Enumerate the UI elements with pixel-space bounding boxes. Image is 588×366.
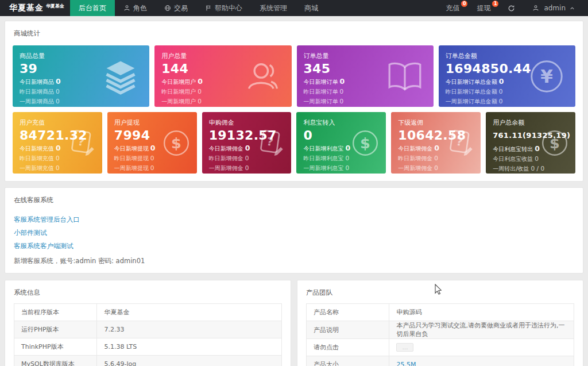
stat-line-label: 一周新增用户 [161, 98, 196, 105]
row-label: MySQL数据库版本 [14, 356, 97, 366]
refresh-button[interactable] [499, 0, 524, 16]
stat-line-label: 昨日新增充值 [20, 155, 54, 161]
withdraw-button[interactable]: 提现1 [468, 0, 499, 16]
row-value-cell: … [389, 339, 574, 356]
svg-text:$: $ [360, 134, 370, 151]
nav-item-trade[interactable]: 交易 [156, 0, 196, 16]
stat-line-label: 今日新增商品 [20, 79, 54, 85]
svg-text:?: ? [266, 134, 274, 148]
stat-card-title: 用户提现 [114, 118, 190, 127]
stat-line-label: 今日新增提现 [114, 145, 149, 152]
flag-icon [205, 5, 212, 11]
globe-icon [164, 5, 171, 11]
stat-line-label: 今日新增用户 [161, 79, 196, 85]
stat-line-value: 0 [345, 155, 349, 161]
system-info-title: 系统信息 [5, 280, 291, 302]
row-value-cell: 5.1.38 LTS [97, 338, 282, 356]
product-size-link[interactable]: 25.5M [396, 361, 416, 366]
widget-test-link[interactable]: 小部件测试 [14, 229, 47, 237]
stat-card-withdraw: 用户提现7994今日新增提现0昨日新增提现0一周新增提现0$ [107, 112, 197, 174]
nav-item-mall[interactable]: 商城 [296, 0, 327, 16]
user-menu[interactable]: admin [524, 0, 583, 16]
stat-line-label: 今日利息宝收益 [493, 156, 533, 162]
stat-cards-row2: 用户充值84721.32今日新增充值0昨日新增充值0一周新增充值0?用户提现79… [13, 112, 575, 174]
document-question-icon: ? [65, 127, 98, 159]
document-question-icon: ? [254, 127, 287, 159]
stat-line-value: 0 [340, 88, 344, 95]
recharge-button[interactable]: 充值0 [437, 0, 468, 16]
bottom-panels: 系统信息 当前程序版本华夏基金运行PHP版本7.2.33ThinkPHP版本5.… [5, 280, 583, 366]
stat-card-line: 一周新增商品0 [20, 97, 142, 106]
table-row-product-name: 产品名称申购源码 [307, 304, 574, 321]
stat-card-line: 一周新增利息宝0 [303, 163, 379, 173]
stat-line-label: 一周转出/收益 [493, 165, 529, 172]
row-value-cell: 申购源码 [389, 304, 574, 321]
nav-item-help[interactable]: 帮助中心 [196, 0, 251, 16]
stat-card-order-amount: 订单总金额1694850.44今日新增订单总金额0昨日新增订单总金额0一周新增订… [439, 45, 575, 107]
table-row-mysql-version: MySQL数据库版本5.6.49-log [14, 356, 282, 366]
stat-line-value: 0 [56, 77, 61, 86]
row-label: 运行PHP版本 [14, 321, 97, 338]
stat-line-label: 今日新增订单总金额 [446, 79, 497, 85]
stat-line-label: 一周新增佣金 [209, 165, 243, 171]
row-value: 5.6.49-log [104, 360, 136, 366]
stat-line-value: 0 [198, 88, 202, 95]
nav-actions: 充值0提现1 [437, 0, 499, 16]
person-icon [123, 5, 130, 11]
stat-line-value: 0 [245, 164, 249, 171]
svg-text:¥: ¥ [540, 66, 553, 86]
stat-line-label: 昨日新增订单总金额 [446, 88, 497, 95]
nav-item-roles[interactable]: 角色 [115, 0, 156, 16]
stat-line-value: 0 [150, 155, 154, 161]
stat-line-label: 一周新增订单总金额 [446, 98, 497, 105]
dont-click-button[interactable]: … [396, 343, 413, 352]
stat-cards-area: 商品总量39今日新增商品0昨日新增商品0一周新增商品0用户总量144今日新增用户… [5, 43, 583, 181]
stat-line-value: 0 [535, 155, 539, 162]
stat-line-label: 今日新增订单 [304, 79, 338, 85]
product-team-table: 产品名称申购源码产品说明本产品只为学习测试交流,请勿要做商业或者用于违法行为,一… [306, 303, 574, 366]
stat-card-line: 一周新增用户0 [161, 97, 284, 106]
recharge-badge: 0 [461, 1, 467, 7]
stat-line-label: 昨日新增商品 [20, 88, 54, 95]
customer-service-note: 新增客服系统，账号:admin 密码: admin01 [14, 257, 574, 265]
nav-item-home[interactable]: 后台首页 [70, 0, 115, 16]
stat-card-line: 一周新增佣金0 [398, 163, 474, 173]
stat-line-label: 一周新增佣金 [398, 165, 432, 171]
stat-line-label: 一周新增充值 [20, 165, 54, 171]
service-admin-entry-link[interactable]: 客服系统管理后台入口 [14, 215, 80, 224]
top-navbar: 华夏基金 华夏基金 后台首页角色交易帮助中心系统管理商城 充值0提现1 admi… [0, 0, 588, 16]
stat-line-value: 0 [150, 164, 154, 171]
stat-card-title: 用户充值 [20, 118, 95, 127]
stat-line-value: 0 [499, 88, 503, 95]
chevron-up-icon [570, 6, 575, 11]
user-icon [532, 5, 539, 11]
system-info-table: 当前程序版本华夏基金运行PHP版本7.2.33ThinkPHP版本5.1.38 … [14, 303, 282, 366]
refresh-icon [508, 5, 515, 12]
stat-line-value: 0 [345, 164, 349, 171]
table-row-thinkphp-version: ThinkPHP版本5.1.38 LTS [14, 338, 282, 356]
app-logo[interactable]: 华夏基金 华夏基金 [0, 0, 70, 16]
service-client-test-link[interactable]: 客服系统客户端测试 [14, 242, 74, 251]
yen-circle-icon: ¥ [527, 57, 566, 96]
nav-item-system[interactable]: 系统管理 [251, 0, 296, 16]
stat-line-value: 0 / 0 [531, 165, 545, 172]
table-row-php-version: 运行PHP版本7.2.33 [14, 321, 282, 338]
row-label: 产品大小 [307, 356, 389, 366]
customer-service-panel: 在线客服系统 客服系统管理后台入口小部件测试客服系统客户端测试 新增客服系统，账… [5, 187, 583, 273]
open-book-icon [385, 60, 424, 93]
stat-line-value: 0 [56, 88, 60, 95]
stat-card-title: 申购佣金 [209, 118, 285, 127]
stat-card-line: 一周新增提现0 [114, 163, 190, 173]
stat-cards-row1: 商品总量39今日新增商品0昨日新增商品0一周新增商品0用户总量144今日新增用户… [13, 45, 575, 107]
table-row-product-size: 产品大小25.5M [307, 356, 574, 366]
svg-text:?: ? [77, 134, 85, 148]
row-label: ThinkPHP版本 [14, 338, 97, 356]
svg-text:$: $ [171, 134, 181, 151]
stat-line-label: 一周新增商品 [20, 98, 54, 105]
stat-card-users: 用户总量144今日新增用户0昨日新增用户0一周新增用户0 [154, 45, 291, 107]
nav-item-label: 商城 [304, 3, 318, 13]
stat-line-label: 一周新增利息宝 [303, 165, 343, 171]
stat-line-label: 昨日新增佣金 [209, 155, 243, 161]
stat-line-value: 0 [56, 164, 60, 171]
stat-card-products: 商品总量39今日新增商品0昨日新增商品0一周新增商品0 [13, 45, 149, 107]
